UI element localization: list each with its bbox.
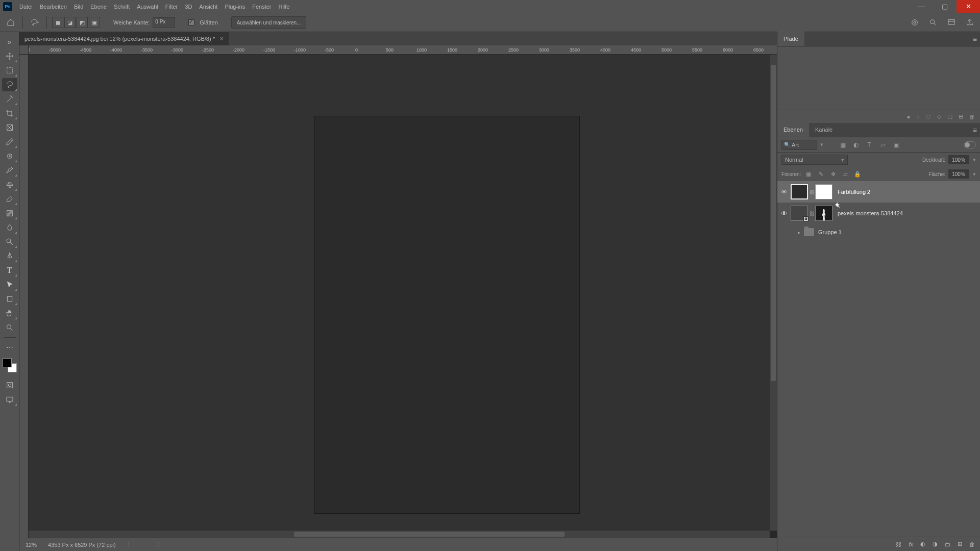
layer-row[interactable]: ▸ Gruppe 1 xyxy=(777,224,980,240)
filter-type-dropdown[interactable]: 🔍Art xyxy=(781,140,817,150)
delete-path-icon[interactable]: 🗑 xyxy=(969,114,975,120)
close-button[interactable]: ✕ xyxy=(957,0,980,13)
adjustment-layer-icon[interactable]: ◑ xyxy=(933,541,938,547)
eraser-tool[interactable] xyxy=(2,192,17,206)
shape-tool[interactable] xyxy=(2,292,17,306)
layer-row[interactable]: 👁 ▣ ⛓ pexels-monstera-5384424 xyxy=(777,203,980,224)
filter-pixel-icon[interactable]: ▦ xyxy=(838,140,848,150)
visibility-toggle-icon[interactable]: 👁 xyxy=(777,188,791,196)
menu-filter[interactable]: Filter xyxy=(165,4,178,10)
lock-all-icon[interactable]: 🔒 xyxy=(853,169,862,179)
mask-thumbnail[interactable] xyxy=(815,206,832,221)
feather-input[interactable]: 0 Px xyxy=(153,17,175,28)
menu-layer[interactable]: Ebene xyxy=(90,4,107,10)
maximize-button[interactable]: ▢ xyxy=(933,0,957,13)
dodge-tool[interactable] xyxy=(2,235,17,248)
paths-list[interactable] xyxy=(777,46,980,110)
path-to-selection-icon[interactable]: ◌ xyxy=(926,113,931,120)
filter-type-icon[interactable]: T xyxy=(864,140,874,150)
document-dimensions[interactable]: 4353 Px x 6529 Px (72 ppi) xyxy=(48,542,116,548)
artboard[interactable] xyxy=(314,116,580,514)
menu-select[interactable]: Auswahl xyxy=(137,4,158,10)
cloud-docs-icon[interactable] xyxy=(909,16,921,29)
add-mask-icon[interactable]: ▢ xyxy=(947,113,952,120)
zoom-tool[interactable] xyxy=(2,321,17,334)
opacity-value[interactable]: 100% xyxy=(948,155,969,164)
new-layer-icon[interactable]: ⊞ xyxy=(958,541,962,547)
menu-view[interactable]: Ansicht xyxy=(199,4,217,10)
hand-tool[interactable] xyxy=(2,307,17,320)
document-tab[interactable]: pexels-monstera-5384424.jpg bei 12% (pex… xyxy=(19,32,229,45)
blur-tool[interactable] xyxy=(2,221,17,234)
magic-wand-tool[interactable] xyxy=(2,92,17,106)
link-layers-icon[interactable]: ⛓ xyxy=(896,541,901,547)
visibility-toggle-icon[interactable]: 👁 xyxy=(777,210,791,217)
quickmask-icon[interactable] xyxy=(2,379,17,392)
close-tab-icon[interactable]: × xyxy=(220,35,224,42)
horizontal-scrollbar[interactable] xyxy=(29,531,770,538)
type-tool[interactable]: T xyxy=(2,264,17,277)
fill-path-icon[interactable]: ● xyxy=(907,114,911,120)
selection-new-icon[interactable]: ◼ xyxy=(52,17,63,28)
tab-channels[interactable]: Kanäle xyxy=(809,122,839,137)
select-and-mask-button[interactable]: Auswählen und maskieren... xyxy=(231,16,307,29)
expand-group-icon[interactable]: ▸ xyxy=(798,230,804,235)
layer-row[interactable]: 👁 ⛓ Farbfüllung 2 xyxy=(777,181,980,203)
clone-stamp-tool[interactable] xyxy=(2,178,17,191)
selection-intersect-icon[interactable]: ▣ xyxy=(89,17,100,28)
scrollbar-thumb[interactable] xyxy=(771,65,776,381)
panel-menu-icon[interactable]: ≡ xyxy=(973,126,977,134)
layer-name[interactable]: pexels-monstera-5384424 xyxy=(838,210,903,216)
chevron-down-icon[interactable]: ▾ xyxy=(973,171,976,178)
layer-name[interactable]: Gruppe 1 xyxy=(818,229,842,235)
path-select-tool[interactable] xyxy=(2,278,17,291)
zoom-level[interactable]: 12% xyxy=(26,542,37,548)
healing-brush-tool[interactable] xyxy=(2,149,17,163)
selection-add-icon[interactable]: ◪ xyxy=(64,17,76,28)
menu-window[interactable]: Fenster xyxy=(252,4,271,10)
menu-image[interactable]: Bild xyxy=(74,4,83,10)
color-swatches[interactable] xyxy=(3,358,17,372)
antialias-checkbox[interactable] xyxy=(188,19,194,26)
lock-transparency-icon[interactable]: ▦ xyxy=(804,169,813,179)
layer-thumbnail[interactable] xyxy=(791,184,808,199)
filter-smart-icon[interactable]: ▣ xyxy=(891,140,901,150)
filter-toggle[interactable] xyxy=(964,141,976,148)
link-icon[interactable]: ⛓ xyxy=(809,211,815,216)
filter-shape-icon[interactable]: ▱ xyxy=(877,140,888,150)
layer-name[interactable]: Farbfüllung 2 xyxy=(838,189,870,195)
tab-paths[interactable]: Pfade xyxy=(777,32,804,46)
fill-value[interactable]: 100% xyxy=(948,169,969,179)
menu-3d[interactable]: 3D xyxy=(185,4,192,10)
gradient-tool[interactable] xyxy=(2,207,17,220)
layer-fx-icon[interactable]: fx xyxy=(909,541,913,547)
selection-subtract-icon[interactable]: ◩ xyxy=(77,17,88,28)
layer-list[interactable]: 👁 ⛓ Farbfüllung 2 👁 ▣ ⛓ pexels-monstera-… xyxy=(777,181,980,537)
current-tool-lasso-icon[interactable]: ▾ xyxy=(28,16,41,29)
scrollbar-thumb[interactable] xyxy=(294,532,565,537)
lock-artboard-icon[interactable]: ▱ xyxy=(841,169,850,179)
mask-thumbnail[interactable] xyxy=(815,184,832,199)
menu-type[interactable]: Schrift xyxy=(114,4,130,10)
delete-layer-icon[interactable]: 🗑 xyxy=(969,541,975,547)
status-more-icon[interactable]: 〉 xyxy=(127,541,133,548)
collapse-toolbar-icon[interactable]: » xyxy=(2,35,17,48)
pen-tool[interactable] xyxy=(2,249,17,263)
lasso-tool[interactable] xyxy=(2,78,17,91)
edit-toolbar-icon[interactable]: ⋯ xyxy=(2,341,17,354)
home-button[interactable] xyxy=(4,16,17,29)
new-path-icon[interactable]: ⊞ xyxy=(959,113,963,120)
horizontal-ruler[interactable]: -5500-5000-4500-4000-3500-3000-2500-2000… xyxy=(29,45,777,55)
marquee-tool[interactable] xyxy=(2,64,17,77)
share-icon[interactable] xyxy=(964,16,976,29)
lock-pixels-icon[interactable]: ✎ xyxy=(816,169,825,179)
canvas-viewport[interactable] xyxy=(29,55,770,531)
stroke-path-icon[interactable]: ○ xyxy=(916,114,920,120)
new-group-icon[interactable]: 🗀 xyxy=(945,541,950,547)
panel-menu-icon[interactable]: ≡ xyxy=(973,35,977,43)
vertical-ruler[interactable] xyxy=(19,55,29,538)
menu-plugins[interactable]: Plug-ins xyxy=(225,4,245,10)
brush-tool[interactable] xyxy=(2,164,17,177)
menu-file[interactable]: Datei xyxy=(19,4,33,10)
move-tool[interactable] xyxy=(2,49,17,63)
